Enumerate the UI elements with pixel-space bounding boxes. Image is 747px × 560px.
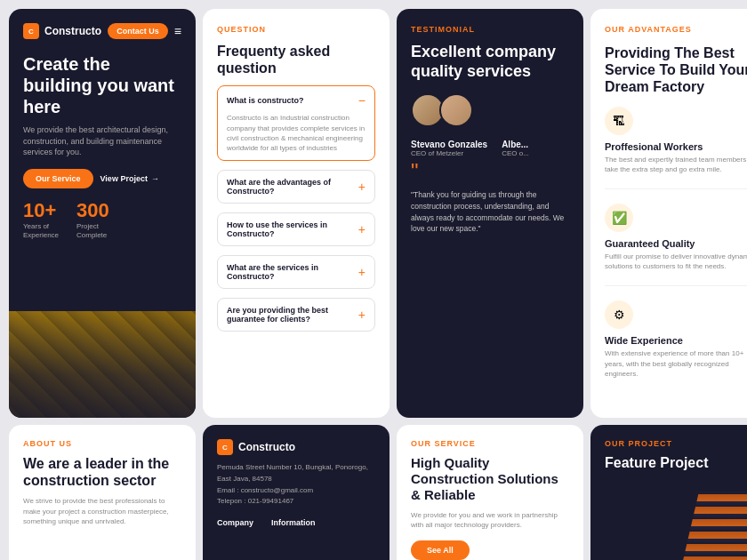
faq-answer: Constructo is an Industrial construction… [227,113,365,153]
footer-address: Pemuda Street Number 10, Bungkal, Ponoro… [217,462,375,508]
quality-icon: ✅ [605,204,633,232]
quote-mark-icon: " [411,166,569,177]
stat-years-num: 10+ [23,199,59,222]
avatar-2 [439,93,473,127]
faq-item[interactable]: What is constructo? − Constructo is an I… [217,85,375,161]
advantage-desc-3: With extensive experience of more than 1… [605,348,747,379]
faq-toggle-icon: − [358,93,365,108]
project-section-label: OUR PROJECT [605,439,747,448]
project-building-visual [679,492,747,560]
advantages-card: OUR ADVANTAGES Providing The Best Servic… [590,9,747,418]
service-title: High Quality Construction Solutions & Re… [411,455,569,503]
faq-toggle-icon: + [358,308,365,322]
testimonial-card: TESTIMONIAL Excellent company quality se… [397,9,583,418]
advantage-item-3: ⚙ Wide Experience With extensive experie… [605,300,747,379]
stats-row: 10+ Years ofExperience 300 ProjectComple… [23,199,181,241]
advantage-title-3: Wide Experience [605,335,747,346]
testimonial-quote: "Thank you for guiding us through the co… [411,189,569,235]
about-description: We strive to provide the best profession… [23,496,181,526]
faq-header: What is constructo? − [227,93,365,108]
stat-projects-num: 300 [76,199,109,222]
contact-button[interactable]: Contact Us [108,23,168,39]
faq-toggle-icon: + [358,180,365,194]
advantage-item-2: ✅ Guaranteed Quality Fulfill our promise… [605,204,747,271]
logo-text: Constructo [44,25,101,37]
faq-section-label: QUESTION [217,25,375,34]
divider [605,188,747,189]
person2-name: Albe... [502,140,529,149]
workers-icon: 🏗 [605,107,633,135]
stat-experience: 10+ Years ofExperience [23,199,59,241]
faq-question: What are the advantages of Constructo? [227,178,358,196]
project-title: Feature Project [605,455,747,471]
hero-description: We provide the best architectural design… [23,124,181,158]
faq-item[interactable]: What are the advantages of Constructo? + [217,170,375,204]
testimonial-info: Stevano Gonzales CEO of Metzeler Albe...… [411,140,569,157]
service-section-label: OUR SERVICE [411,439,569,448]
faq-question: Are you providing the best guarantee for… [227,306,358,324]
person1-name: Stevano Gonzales [411,140,487,149]
advantage-title-2: Guaranteed Quality [605,238,747,249]
experience-icon: ⚙ [605,300,633,329]
about-title: We are a leader in the construction sect… [23,455,181,489]
person2-role: CEO o... [502,149,529,157]
hero-topbar: C Constructo Contact Us ≡ [23,23,181,39]
stat-projects: 300 ProjectComplete [76,199,109,241]
faq-question: What is constructo? [227,96,358,105]
menu-icon[interactable]: ≡ [174,24,181,38]
testimonial-title: Excellent company quality services [411,43,569,81]
about-card: ABOUT US We are a leader in the construc… [9,425,196,560]
stat-projects-label: ProjectComplete [76,222,109,241]
faq-header: How to use the services in Constructo? + [227,220,365,238]
advantage-item-1: 🏗 Proffesional Workers The best and expe… [605,107,747,174]
footer-columns: Company Information [217,518,375,531]
faq-question: How to use the services in Constructo? [227,220,358,238]
testimonial-person-2: Albe... CEO o... [502,140,529,157]
faq-toggle-icon: + [358,265,365,279]
stat-years-label: Years ofExperience [23,222,59,241]
faq-question: What are the services in Constructo? [227,263,358,281]
hero-image [9,311,196,418]
hero-buttons: Our Service View Project → [23,169,181,188]
project-button[interactable]: View Project → [100,174,159,183]
hero-title: Create the building you want here [23,53,181,117]
testimonial-section-label: TESTIMONIAL [411,25,569,34]
hero-card: C Constructo Contact Us ≡ Create the bui… [9,9,196,418]
footer-col-2: Information [271,518,316,531]
advantage-desc-1: The best and expertly trained team membe… [605,155,747,174]
faq-title: Frequenty asked question [217,43,375,76]
footer-logo: C Constructo [217,439,375,455]
arrow-icon: → [151,174,159,183]
footer-logo-text: Constructo [238,441,295,453]
service-description: We provide for you and we work in partne… [411,510,569,530]
advantage-desc-2: Fulfill our promise to deliver innovativ… [605,252,747,271]
advantages-title: Providing The Best Service To Build Your… [605,44,747,96]
faq-card: QUESTION Frequenty asked question What i… [203,9,390,418]
project-card: OUR PROJECT Feature Project [590,425,747,560]
logo-icon: C [23,23,39,39]
logo: C Constructo [23,23,101,39]
faq-item[interactable]: What are the services in Constructo? + [217,255,375,289]
faq-header: What are the services in Constructo? + [227,263,365,281]
faq-item[interactable]: Are you providing the best guarantee for… [217,298,375,332]
advantages-section-label: OUR ADVANTAGES [605,25,747,34]
testimonial-avatars [411,93,569,127]
service-card: OUR SERVICE High Quality Construction So… [397,425,583,560]
footer-card: C Constructo Pemuda Street Number 10, Bu… [203,425,390,560]
testimonial-person-1: Stevano Gonzales CEO of Metzeler [411,140,487,157]
faq-toggle-icon: + [358,222,365,236]
person1-role: CEO of Metzeler [411,149,487,157]
see-all-button[interactable]: See All [411,540,470,560]
about-section-label: ABOUT US [23,439,181,448]
faq-header: What are the advantages of Constructo? + [227,178,365,196]
advantage-title-1: Proffesional Workers [605,141,747,152]
faq-header: Are you providing the best guarantee for… [227,306,365,324]
faq-item[interactable]: How to use the services in Constructo? + [217,212,375,246]
footer-col-1: Company [217,518,253,531]
service-button[interactable]: Our Service [23,169,93,188]
divider [605,285,747,286]
footer-logo-icon: C [217,439,233,455]
